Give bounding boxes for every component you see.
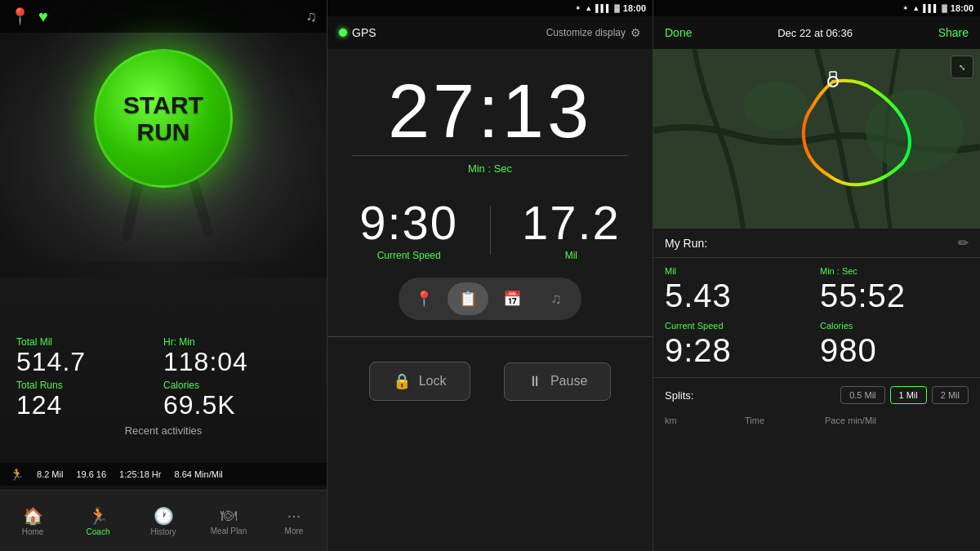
- distance-stat: 17.2 Mil: [522, 199, 621, 261]
- bluetooth-icon-2: ✶: [575, 4, 581, 12]
- location-icon[interactable]: 📍: [10, 7, 30, 26]
- edit-icon[interactable]: ✏: [958, 235, 969, 251]
- stats-divider: [490, 206, 491, 255]
- lock-label: Lock: [419, 374, 447, 389]
- mid-stats: 9:30 Current Speed 17.2 Mil: [327, 199, 653, 261]
- pause-icon: ⏸: [528, 373, 542, 390]
- panel2-divider: [327, 336, 653, 337]
- tab-location[interactable]: 📍: [403, 282, 444, 315]
- distance-value: 17.2: [522, 199, 621, 247]
- panel2-tabs: 📍 📋 📅 ♫: [352, 278, 628, 320]
- big-timer: 27:13 Min : Sec: [327, 49, 653, 199]
- panel2-header: GPS Customize display ⚙: [327, 16, 653, 49]
- signal-icon-2: ▌▌▌: [595, 4, 611, 12]
- splits-col-km: km: [665, 415, 737, 425]
- route-svg: [653, 49, 980, 229]
- run-time-stat: Min : Sec 55:52: [820, 266, 969, 314]
- pause-button[interactable]: ⏸ Pause: [504, 362, 611, 401]
- total-runs-value: 124: [16, 391, 163, 420]
- panel3-header: Done Dec 22 at 06:36 Share: [653, 16, 980, 49]
- nav-history-label: History: [150, 527, 176, 536]
- splits-col-pace: Pace min/Mil: [825, 415, 969, 425]
- status-time-3: 18:00: [951, 3, 973, 13]
- activity-icon: 🏃: [10, 468, 24, 481]
- map-expand-button[interactable]: ⤡: [951, 56, 973, 78]
- panel1-header: 📍 ♥ ♫: [0, 0, 327, 33]
- run-mil-value: 5.43: [665, 278, 813, 314]
- timer-separator: [352, 155, 628, 156]
- run-speed-value: 9:28: [665, 332, 813, 369]
- total-runs-item: Total Runs 124: [16, 380, 163, 420]
- stats-row-labels-1: Total Mil 514.7 Hr: Min 118:04: [16, 336, 310, 376]
- stats-row-labels-2: Total Runs 124 Calories 69.5K: [16, 380, 310, 420]
- heart-icon[interactable]: ♥: [38, 7, 48, 26]
- hr-min-label: Hr: Min: [163, 336, 310, 348]
- nav-coach[interactable]: 🏃 Coach: [65, 491, 131, 551]
- hr-min-value: 118:04: [163, 348, 310, 376]
- split-0.5-button[interactable]: 0.5 Mil: [840, 386, 884, 404]
- svg-point-10: [866, 90, 964, 171]
- total-mil-value: 514.7: [16, 348, 163, 376]
- run-time-label: Min : Sec: [820, 266, 969, 276]
- total-mil-label: Total Mil: [16, 336, 163, 348]
- expand-icon: ⤡: [959, 63, 965, 72]
- nav-home[interactable]: 🏠 Home: [0, 491, 65, 551]
- recent-item-0: 8.2 Mil: [37, 469, 63, 479]
- run-map[interactable]: ⤡: [653, 49, 980, 229]
- nav-more[interactable]: ··· More: [261, 491, 327, 551]
- signal-icon-3: ▌▌▌: [923, 4, 938, 12]
- nav-meal-label: Meal Plan: [211, 527, 247, 535]
- speed-label: Current Speed: [359, 250, 458, 261]
- tab-calendar[interactable]: 📅: [492, 282, 532, 315]
- run-speed-stat: Current Speed 9:28: [665, 321, 813, 369]
- done-button[interactable]: Done: [665, 26, 692, 39]
- run-date: Dec 22 at 06:36: [777, 27, 853, 39]
- run-mil-label: Mil: [665, 266, 813, 276]
- share-button[interactable]: Share: [938, 26, 969, 39]
- nav-coach-label: Coach: [87, 527, 110, 536]
- run-mil-stat: Mil 5.43: [665, 266, 813, 314]
- calories-label: Calories: [163, 380, 310, 391]
- start-btn-container: START RUN: [94, 49, 233, 188]
- recent-item-1: 19.6 16: [76, 469, 106, 479]
- more-icon: ···: [287, 506, 301, 525]
- split-1-button[interactable]: 1 Mil: [890, 386, 927, 404]
- customize-display-button[interactable]: Customize display ⚙: [546, 26, 641, 39]
- tab-music[interactable]: ♫: [536, 282, 577, 315]
- music-icon[interactable]: ♫: [306, 8, 318, 25]
- gps-indicator: GPS: [339, 26, 376, 39]
- panel-run-active: ✶ ▲ ▌▌▌ ▓ 18:00 GPS Customize display ⚙ …: [327, 0, 653, 551]
- run-speed-label: Current Speed: [665, 321, 813, 331]
- my-run-label: My Run:: [665, 237, 958, 250]
- bluetooth-icon-3: ✶: [902, 4, 909, 12]
- splits-table-header: km Time Pace min/Mil: [653, 412, 980, 429]
- run-calories-value: 980: [820, 332, 969, 369]
- hr-min-item: Hr: Min 118:04: [163, 336, 310, 376]
- header-left: 📍 ♥: [10, 7, 48, 26]
- gps-label: GPS: [352, 26, 376, 39]
- recent-item-2: 1:25:18 Hr: [119, 469, 161, 479]
- splits-row: Splits: 0.5 Mil 1 Mil 2 Mil: [653, 378, 980, 412]
- run-stats-grid: Mil 5.43 Min : Sec 55:52 Current Speed 9…: [653, 258, 980, 378]
- nav-history[interactable]: 🕐 History: [131, 491, 196, 551]
- nav-meal-plan[interactable]: 🍽 Meal Plan: [196, 491, 261, 551]
- recent-activities-label: Recent activities: [16, 424, 310, 437]
- calories-item: Calories 69.5K: [163, 380, 310, 420]
- battery-icon-3: ▓: [942, 4, 947, 12]
- nav-home-label: Home: [22, 527, 44, 536]
- split-2-button[interactable]: 2 Mil: [932, 386, 969, 404]
- pause-label: Pause: [550, 374, 587, 389]
- run-time-value: 55:52: [820, 278, 969, 314]
- lock-button[interactable]: 🔒 Lock: [369, 362, 470, 401]
- svg-point-11: [743, 82, 808, 131]
- customize-label: Customize display: [546, 27, 626, 38]
- bottom-nav: 🏠 Home 🏃 Coach 🕐 History 🍽 Meal Plan ···…: [0, 490, 327, 551]
- tab-stats[interactable]: 📋: [448, 282, 488, 315]
- wifi-icon-2: ▲: [585, 4, 592, 12]
- lock-icon: 🔒: [393, 372, 411, 390]
- start-run-button[interactable]: START RUN: [94, 49, 233, 188]
- history-icon: 🕐: [154, 506, 174, 526]
- home-icon: 🏠: [23, 506, 43, 526]
- status-time-2: 18:00: [623, 3, 646, 13]
- recent-activity-bar: 🏃 8.2 Mil 19.6 16 1:25:18 Hr 8.64 Min/Mi…: [0, 463, 327, 486]
